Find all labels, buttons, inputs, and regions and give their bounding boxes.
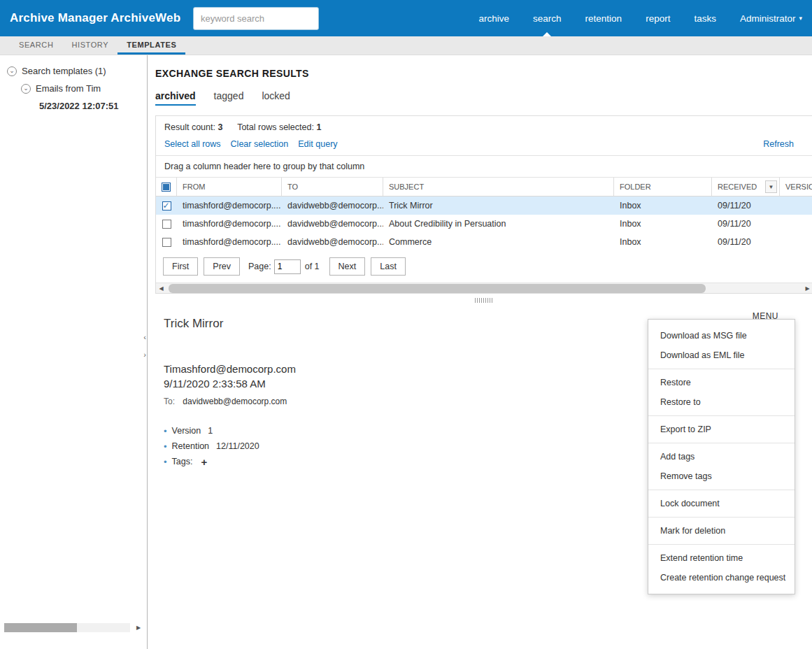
sidebar-horizontal-scrollbar[interactable] <box>4 623 130 632</box>
pane-splitter[interactable] <box>155 294 812 304</box>
template-tree: ⌄ Search templates (1) ⌄ Emails from Tim… <box>0 55 147 115</box>
first-page-button[interactable]: First <box>163 257 198 276</box>
received-label: RECEIVED <box>718 183 757 191</box>
cell-subject: Commerce <box>383 237 614 247</box>
keyword-search-input[interactable] <box>193 7 319 30</box>
main-content: EXCHANGE SEARCH RESULTS archived tagged … <box>148 55 812 649</box>
archiveweb-window: Archive Manager ArchiveWeb archive searc… <box>0 0 812 649</box>
cell-from: timashford@democorp.... <box>177 237 282 247</box>
tab-history[interactable]: HISTORY <box>62 36 117 55</box>
version-label: Version <box>172 426 201 436</box>
nav-tasks[interactable]: tasks <box>694 0 716 36</box>
menu-item-restore-to[interactable]: Restore to <box>648 392 795 412</box>
column-header-from[interactable]: FROM <box>177 178 282 196</box>
nav-retention[interactable]: retention <box>585 0 622 36</box>
menu-group: Download as MSG file Download as EML fil… <box>648 322 795 369</box>
menu-item-mark-for-deletion[interactable]: Mark for deletion <box>648 521 795 541</box>
tree-label: Emails from Tim <box>36 83 101 94</box>
nav-archive[interactable]: archive <box>479 0 510 36</box>
table-row[interactable]: timashford@democorp.... davidwebb@democo… <box>156 215 812 233</box>
expand-right-icon[interactable]: › <box>143 351 146 359</box>
tab-templates[interactable]: TEMPLATES <box>117 36 185 55</box>
grid-header: FROM TO SUBJECT FOLDER RECEIVED ▼ VERSIO… <box>156 178 812 197</box>
menu-item-remove-tags[interactable]: Remove tags <box>648 466 795 486</box>
tab-archived[interactable]: archived <box>155 90 196 106</box>
clear-selection-link[interactable]: Clear selection <box>231 139 289 149</box>
menu-item-restore[interactable]: Restore <box>648 373 795 392</box>
collapse-left-icon[interactable]: ‹ <box>143 334 146 341</box>
cell-from: timashford@democorp.... <box>177 219 282 229</box>
nav-search[interactable]: search <box>533 0 562 36</box>
select-all-checkbox[interactable] <box>162 183 171 192</box>
menu-group: Extend retention time Create retention c… <box>648 544 795 591</box>
menu-item-extend-retention[interactable]: Extend retention time <box>648 548 795 568</box>
results-panel: Result count: 3 Total rows selected: 1 S… <box>155 115 812 294</box>
body: ⌄ Search templates (1) ⌄ Emails from Tim… <box>0 55 812 649</box>
menu-group: Restore Restore to <box>648 369 795 415</box>
column-header-folder[interactable]: FOLDER <box>614 178 712 196</box>
page-label: Page: <box>248 262 271 271</box>
select-all-rows-link[interactable]: Select all rows <box>164 139 221 149</box>
prev-page-button[interactable]: Prev <box>204 257 240 276</box>
column-header-subject[interactable]: SUBJECT <box>383 178 614 196</box>
column-header-to[interactable]: TO <box>282 178 383 196</box>
menu-group: Add tags Remove tags <box>648 443 795 490</box>
retention-value: 12/11/2020 <box>216 441 259 451</box>
scrollbar-thumb[interactable] <box>169 284 706 293</box>
grid-horizontal-scrollbar[interactable]: ◀ ▶ <box>156 283 812 293</box>
app-title: Archive Manager ArchiveWeb <box>10 11 193 25</box>
menu-item-create-retention-request[interactable]: Create retention change request <box>648 568 795 587</box>
tree-item-emails-from-tim[interactable]: ⌄ Emails from Tim <box>0 80 147 97</box>
scrollbar-right-arrow-icon[interactable]: ▶ <box>802 283 812 294</box>
row-checkbox[interactable] <box>162 238 171 247</box>
column-filter-dropdown-icon[interactable]: ▼ <box>765 180 777 193</box>
page-title: EXCHANGE SEARCH RESULTS <box>155 68 812 79</box>
cell-to: davidwebb@democorp.... <box>282 201 383 211</box>
tree-item-search-templates[interactable]: ⌄ Search templates (1) <box>0 62 147 80</box>
scrollbar-right-arrow-icon[interactable]: ▶ <box>134 623 143 632</box>
menu-item-download-msg[interactable]: Download as MSG file <box>648 326 795 345</box>
cell-subject: About Credibility in Persuation <box>383 219 614 229</box>
menu-group: Export to ZIP <box>648 415 795 443</box>
tab-search[interactable]: SEARCH <box>10 36 62 55</box>
nav-administrator[interactable]: Administrator ▾ <box>740 0 802 36</box>
bullet-icon: • <box>164 442 167 451</box>
chevron-down-icon: ▾ <box>799 15 802 22</box>
row-checkbox[interactable] <box>162 201 171 211</box>
next-page-button[interactable]: Next <box>329 257 366 276</box>
top-nav: archive search retention report tasks Ad… <box>479 0 802 36</box>
add-tag-button[interactable]: + <box>201 456 207 468</box>
tab-locked[interactable]: locked <box>262 90 290 106</box>
page-number-input[interactable] <box>274 259 301 274</box>
menu-item-lock-document[interactable]: Lock document <box>648 494 795 513</box>
top-header: Archive Manager ArchiveWeb archive searc… <box>0 0 812 36</box>
expand-arrow-icon: ⌄ <box>7 66 17 76</box>
nav-report[interactable]: report <box>646 0 670 36</box>
menu-item-add-tags[interactable]: Add tags <box>648 447 795 466</box>
result-summary: Result count: 3 Total rows selected: 1 <box>156 116 812 135</box>
row-checkbox[interactable] <box>162 220 171 229</box>
last-page-button[interactable]: Last <box>371 257 406 276</box>
section-tabbar: SEARCH HISTORY TEMPLATES <box>0 36 812 55</box>
tab-tagged[interactable]: tagged <box>214 90 244 106</box>
column-header-version[interactable]: VERSION <box>780 178 812 196</box>
menu-item-export-zip[interactable]: Export to ZIP <box>648 420 795 439</box>
tree-item-timestamp[interactable]: 5/23/2022 12:07:51 <box>0 97 147 115</box>
scrollbar-thumb[interactable] <box>4 623 77 632</box>
table-row[interactable]: timashford@democorp.... davidwebb@democo… <box>156 197 812 215</box>
refresh-link[interactable]: Refresh <box>763 139 794 149</box>
edit-query-link[interactable]: Edit query <box>298 139 337 149</box>
results-grid: FROM TO SUBJECT FOLDER RECEIVED ▼ VERSIO… <box>156 178 812 251</box>
selection-actions: Select all rows Clear selection Edit que… <box>156 135 812 155</box>
cell-folder: Inbox <box>614 201 712 211</box>
pane-collapse-handle[interactable]: ‹ › <box>143 334 146 359</box>
menu-item-download-eml[interactable]: Download as EML file <box>648 345 795 365</box>
table-row[interactable]: timashford@democorp.... davidwebb@democo… <box>156 233 812 251</box>
rows-selected-label: Total rows selected: <box>237 122 314 132</box>
splitter-grip-icon[interactable] <box>475 298 493 303</box>
menu-group: Mark for deletion <box>648 517 795 544</box>
column-header-received[interactable]: RECEIVED ▼ <box>712 178 780 196</box>
message-to: davidwebb@democorp.com <box>183 397 287 406</box>
scrollbar-left-arrow-icon[interactable]: ◀ <box>156 283 166 294</box>
cell-folder: Inbox <box>614 219 712 229</box>
